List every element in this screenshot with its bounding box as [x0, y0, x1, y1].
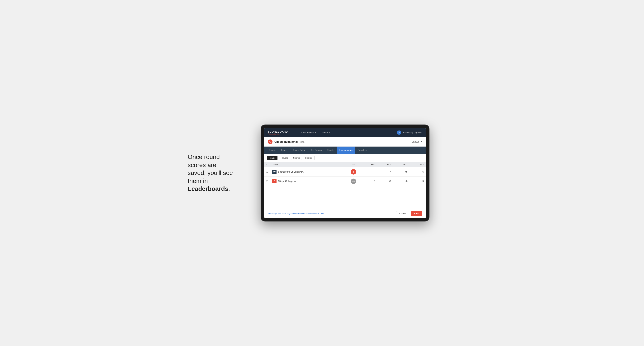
row1-team-logo: SU	[272, 170, 276, 174]
row2-rank: 2	[264, 177, 270, 186]
user-avatar: S	[397, 131, 401, 135]
tab-teams[interactable]: Teams	[278, 147, 290, 154]
row2-total-badge: +3	[351, 178, 356, 184]
close-icon: ✕	[420, 141, 422, 143]
row2-team-cell: C Clippd College [A]	[272, 179, 335, 183]
row1-total: -5	[338, 167, 358, 177]
col-rd1: RD1	[378, 162, 394, 167]
nav-tournaments[interactable]: TOURNAMENTS	[296, 129, 319, 137]
tablet-screen: SCOREBOARD Powered by clippd TOURNAMENTS…	[264, 128, 426, 218]
nav-right: S Test User | Sign out	[397, 131, 422, 135]
col-rank: #	[264, 162, 270, 167]
row1-thru: F	[358, 167, 378, 177]
table-row: 2 C Clippd College [A] +3 F	[264, 177, 426, 186]
row2-rd3: +3	[410, 177, 426, 186]
tournament-cancel-btn[interactable]: Cancel ✕	[412, 141, 422, 143]
table-row: 1 SU Scoreboard University [A] -5 F	[264, 167, 426, 177]
brand-sub: Powered by clippd	[268, 133, 288, 135]
description-line2: scores are	[188, 162, 216, 169]
footer-save-button[interactable]: Save	[411, 211, 422, 216]
footer-cancel-button[interactable]: Cancel	[396, 211, 409, 216]
leaderboard-table-container: # TEAM TOTAL THRU RD1 RD2 RD3 1	[264, 162, 426, 209]
description-line1: Once round	[188, 154, 220, 160]
description-line4: them in	[188, 177, 208, 184]
row1-team-cell: SU Scoreboard University [A]	[272, 170, 335, 174]
sub-tab-teams[interactable]: Teams	[267, 156, 278, 160]
row2-thru: F	[358, 177, 378, 186]
tournament-gender: (Men)	[299, 141, 305, 143]
cancel-label: Cancel	[412, 141, 419, 143]
row1-total-badge: -5	[351, 169, 356, 174]
main-tabs: Details Teams Course Setup Tee Groups Re…	[264, 147, 426, 154]
page-wrapper: Once round scores are saved, you'll see …	[188, 125, 456, 221]
top-nav: SCOREBOARD Powered by clippd TOURNAMENTS…	[264, 128, 426, 137]
tournament-header: C Clippd Invitational (Men) Cancel ✕	[264, 137, 426, 147]
sub-tab-strokes[interactable]: Strokes	[303, 156, 314, 160]
col-total: TOTAL	[338, 162, 358, 167]
footer: https://stage-blue-coach.stagescorebord.…	[264, 209, 426, 218]
tab-leaderboards[interactable]: Leaderboards	[337, 147, 355, 154]
row1-team-name: Scoreboard University [A]	[278, 171, 304, 173]
col-rd3: RD3	[410, 162, 426, 167]
user-name: Test User |	[403, 131, 413, 134]
row2-team: C Clippd College [A]	[270, 177, 338, 186]
col-thru: THRU	[358, 162, 378, 167]
sub-tabs: Teams Players Scores Strokes	[264, 154, 426, 162]
row1-rd2: +5	[394, 167, 410, 177]
tournament-icon: C	[268, 140, 272, 144]
tab-course-setup[interactable]: Course Setup	[290, 147, 308, 154]
nav-teams[interactable]: TEAMS	[319, 129, 333, 137]
tablet-device: SCOREBOARD Powered by clippd TOURNAMENTS…	[260, 125, 430, 221]
tab-tee-groups[interactable]: Tee Groups	[308, 147, 324, 154]
row1-rd3: -6	[410, 167, 426, 177]
table-header-row: # TEAM TOTAL THRU RD1 RD2 RD3	[264, 162, 426, 167]
footer-url: https://stage-blue-coach.stagescorebord.…	[268, 213, 324, 215]
tab-printables[interactable]: Printables	[355, 147, 370, 154]
tournament-title: Clippd Invitational	[274, 140, 298, 143]
row1-team: SU Scoreboard University [A]	[270, 167, 338, 177]
description-line3: saved, you'll see	[188, 169, 233, 176]
brand-title: SCOREBOARD	[268, 130, 288, 133]
sub-tab-scores[interactable]: Scores	[291, 156, 302, 160]
leaderboard-table: # TEAM TOTAL THRU RD1 RD2 RD3 1	[264, 162, 426, 186]
tab-details[interactable]: Details	[266, 147, 278, 154]
row2-team-logo: C	[272, 179, 276, 183]
nav-links: TOURNAMENTS TEAMS	[296, 129, 392, 137]
row2-rd2: -8	[394, 177, 410, 186]
sign-out-link[interactable]: Sign out	[414, 131, 422, 134]
description-bold: Leaderboards	[188, 185, 228, 192]
row2-total: +3	[338, 177, 358, 186]
description-period: .	[228, 185, 230, 192]
row1-rd1: -4	[378, 167, 394, 177]
col-rd2: RD2	[394, 162, 410, 167]
row2-rd1: +8	[378, 177, 394, 186]
left-description: Once round scores are saved, you'll see …	[188, 153, 249, 193]
sub-tab-players[interactable]: Players	[279, 156, 290, 160]
col-team: TEAM	[270, 162, 338, 167]
brand: SCOREBOARD Powered by clippd	[268, 130, 288, 135]
tab-results[interactable]: Results	[324, 147, 337, 154]
row2-team-name: Clippd College [A]	[278, 180, 296, 182]
empty-area	[264, 186, 426, 209]
row1-rank: 1	[264, 167, 270, 177]
